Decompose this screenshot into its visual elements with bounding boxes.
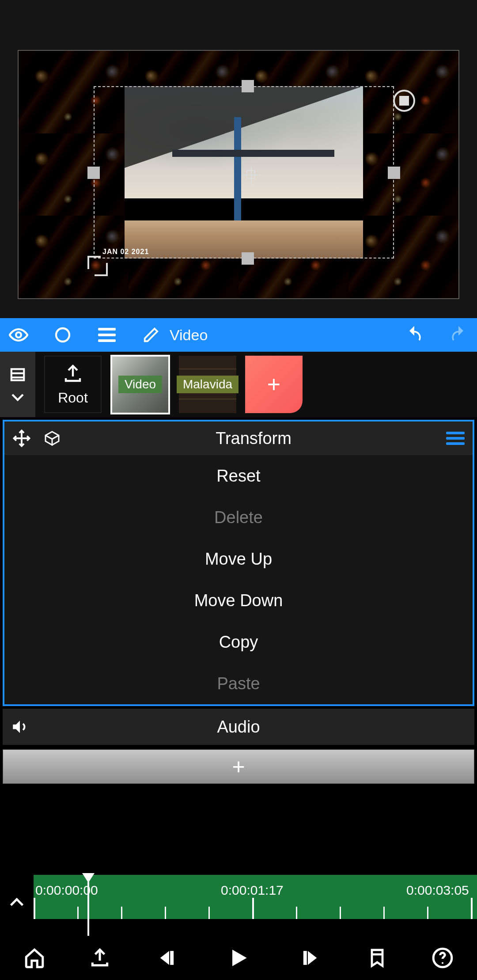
- crop-corner-icon[interactable]: [87, 256, 105, 273]
- layer-strip: Root Video Malavida +: [0, 352, 477, 417]
- layer-thumb-video[interactable]: Video: [110, 355, 170, 414]
- center-anchor-icon[interactable]: [246, 170, 255, 179]
- edit-toolbar: Video: [0, 318, 477, 352]
- add-layer-button[interactable]: +: [245, 356, 303, 413]
- record-circle-icon[interactable]: [53, 325, 72, 345]
- play-icon[interactable]: [226, 946, 251, 970]
- visibility-icon[interactable]: [9, 325, 28, 345]
- svg-rect-5: [170, 951, 174, 965]
- timecode-label: 0:00:01:17: [221, 883, 284, 898]
- preview-area: JAN 02 2021: [0, 0, 477, 318]
- menu-icon[interactable]: [97, 325, 117, 345]
- undo-icon[interactable]: [405, 325, 424, 345]
- clip-datestamp: JAN 02 2021: [102, 248, 149, 256]
- edit-pencil-icon[interactable]: [141, 325, 161, 345]
- action-copy[interactable]: Copy: [4, 621, 473, 663]
- transform-title: Transform: [73, 429, 434, 448]
- transform-panel: Transform Reset Delete Move Up Move Down…: [3, 420, 474, 706]
- root-layer[interactable]: Root: [44, 356, 102, 413]
- edit-mode-label: Video: [170, 327, 208, 344]
- root-label: Root: [58, 390, 88, 406]
- svg-point-0: [16, 332, 21, 338]
- resize-handle-right[interactable]: [388, 167, 400, 179]
- audio-title: Audio: [29, 718, 448, 737]
- redo-icon[interactable]: [449, 325, 468, 345]
- cube-3d-icon[interactable]: [43, 429, 61, 447]
- action-move-up[interactable]: Move Up: [4, 538, 473, 580]
- share-icon[interactable]: [87, 946, 112, 970]
- svg-point-9: [442, 962, 443, 964]
- playhead[interactable]: [82, 873, 95, 939]
- transform-actions: Reset Delete Move Up Move Down Copy Past…: [4, 455, 473, 704]
- layer-thumb-malavida[interactable]: Malavida: [179, 356, 236, 413]
- svg-rect-2: [11, 369, 24, 380]
- timeline-track[interactable]: 0:00:00:00 0:00:01:17 0:00:03:05: [34, 875, 477, 919]
- timecode-label: 0:00:03:05: [406, 883, 469, 898]
- action-paste: Paste: [4, 663, 473, 704]
- export-up-icon: [62, 363, 83, 384]
- chevron-down-icon[interactable]: [10, 392, 26, 403]
- help-icon[interactable]: [430, 946, 455, 970]
- step-forward-icon[interactable]: [299, 946, 324, 970]
- svg-rect-6: [303, 951, 307, 965]
- svg-point-1: [56, 328, 69, 342]
- transform-menu-icon[interactable]: [446, 432, 465, 445]
- bookmark-icon[interactable]: [365, 946, 390, 970]
- layer-list-icon[interactable]: [9, 366, 26, 383]
- bottom-toolbar: [0, 936, 477, 980]
- thumb-label: Malavida: [177, 376, 238, 393]
- timeline: 0:00:00:00 0:00:01:17 0:00:03:05: [0, 875, 477, 937]
- selection-frame[interactable]: [94, 86, 394, 258]
- transform-header: Transform: [4, 422, 473, 455]
- step-back-icon[interactable]: [153, 946, 178, 970]
- resize-handle-left[interactable]: [87, 167, 100, 179]
- action-move-down[interactable]: Move Down: [4, 580, 473, 621]
- plus-icon: +: [232, 754, 245, 779]
- layer-sidebar: [0, 352, 35, 417]
- audio-panel-header[interactable]: Audio: [3, 709, 474, 745]
- timeline-expand-icon[interactable]: [8, 896, 26, 908]
- action-delete: Delete: [4, 497, 473, 538]
- speaker-icon: [11, 718, 29, 736]
- action-reset[interactable]: Reset: [4, 455, 473, 497]
- add-track-button[interactable]: +: [3, 749, 474, 784]
- thumb-label: Video: [118, 376, 162, 393]
- home-icon[interactable]: [22, 946, 47, 970]
- move-tool-icon[interactable]: [12, 429, 31, 448]
- resize-handle-top[interactable]: [242, 80, 254, 92]
- preview-canvas[interactable]: JAN 02 2021: [18, 50, 459, 299]
- resize-handle-bottom[interactable]: [242, 252, 254, 265]
